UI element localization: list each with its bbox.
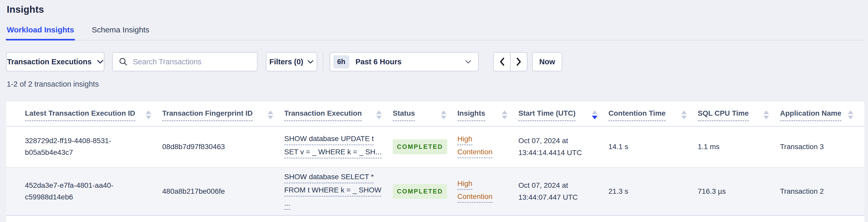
contention-time-cell: 14.1 s <box>609 126 698 167</box>
time-interval-badge: 6h <box>333 55 349 68</box>
results-count: 1-2 of 2 transaction insights <box>7 80 868 89</box>
chevron-down-icon <box>97 60 103 64</box>
filters-button-label: Filters (0) <box>270 58 304 66</box>
column-label[interactable]: Start Time (UTC) <box>518 109 576 121</box>
insights-cell: High Contention <box>457 126 518 167</box>
chevron-down-icon <box>465 60 471 64</box>
table-header-row: Latest Transaction Execution ID Transact… <box>6 102 864 126</box>
filters-button[interactable]: Filters (0) <box>266 52 317 71</box>
status-badge: COMPLETED <box>393 139 447 154</box>
insights-table-card: Latest Transaction Execution ID Transact… <box>6 102 864 222</box>
time-range-dropdown[interactable]: 6h Past 6 Hours <box>330 52 478 71</box>
now-button-label: Now <box>539 58 555 66</box>
chevron-left-icon <box>499 58 505 66</box>
column-header-transaction-fingerprint-id[interactable]: Transaction Fingerprint ID <box>162 102 284 126</box>
fingerprint-id-cell: 480a8b217be006fe <box>162 167 284 216</box>
sort-icon[interactable] <box>268 110 273 119</box>
column-label[interactable]: Latest Transaction Execution ID <box>25 109 135 121</box>
sort-icon[interactable] <box>146 110 151 119</box>
sort-icon[interactable] <box>376 110 382 119</box>
column-header-status[interactable]: Status <box>393 102 457 126</box>
previous-time-button[interactable] <box>493 52 510 71</box>
execution-id-cell: 328729d2-ff19-4408-8531-b05a5b4e43c7 <box>6 126 162 167</box>
transaction-execution-link[interactable]: SHOW database SELECT * <box>284 172 374 183</box>
table-row: 452da3e7-e7fa-4801-aa40-c59988d14eb6 480… <box>6 167 864 216</box>
transaction-execution-link[interactable]: SHOW database UPDATE t <box>284 134 374 145</box>
sort-icon[interactable] <box>441 110 446 119</box>
sql-cpu-time-cell: 1.1 ms <box>698 126 780 167</box>
toolbar-divider <box>323 52 323 71</box>
high-contention-link[interactable]: High <box>457 134 472 145</box>
high-contention-link[interactable]: Contention <box>457 192 492 203</box>
sql-cpu-time-cell: 716.3 µs <box>698 167 780 216</box>
time-range-label: Past 6 Hours <box>355 58 459 66</box>
insights-cell: High Contention <box>457 167 518 216</box>
column-header-transaction-execution[interactable]: Transaction Execution <box>284 102 393 126</box>
view-type-dropdown[interactable]: Transaction Executions <box>6 52 104 71</box>
sort-icon-active-desc[interactable] <box>592 110 597 119</box>
status-cell: COMPLETED <box>393 167 457 216</box>
transaction-execution-link[interactable]: ... <box>284 199 290 210</box>
column-header-sql-cpu-time[interactable]: SQL CPU Time <box>698 102 780 126</box>
high-contention-link[interactable]: High <box>457 179 472 190</box>
sort-icon[interactable] <box>764 110 769 119</box>
chevron-right-icon <box>516 58 522 66</box>
toolbar: Transaction Executions Filters (0) 6h Pa… <box>6 52 868 71</box>
search-icon <box>119 57 128 66</box>
fingerprint-id-cell: 08d8b7d97f830463 <box>162 126 284 167</box>
tab-bar: Workload Insights Schema Insights <box>6 25 864 40</box>
sort-icon[interactable] <box>681 110 687 119</box>
contention-time-cell: 21.3 s <box>609 167 698 216</box>
page-title: Insights <box>7 4 868 15</box>
column-label[interactable]: Transaction Execution <box>284 109 362 121</box>
column-label[interactable]: Transaction Fingerprint ID <box>162 109 253 121</box>
search-input[interactable] <box>133 58 257 66</box>
table-row: 328729d2-ff19-4408-8531-b05a5b4e43c7 08d… <box>6 126 864 167</box>
status-cell: COMPLETED <box>393 126 457 167</box>
transaction-execution-link[interactable]: FROM t WHERE k = _ SHOW <box>284 185 381 197</box>
now-button[interactable]: Now <box>532 52 562 71</box>
column-label[interactable]: Application Name <box>780 109 841 121</box>
high-contention-link[interactable]: Contention <box>457 147 492 158</box>
column-label[interactable]: SQL CPU Time <box>698 109 749 121</box>
transaction-execution-link[interactable]: SET v = _ WHERE k = _ SH... <box>284 147 381 158</box>
column-header-insights[interactable]: Insights <box>457 102 518 126</box>
transaction-insights-table: Latest Transaction Execution ID Transact… <box>6 102 864 216</box>
start-time-cell: Oct 07, 2024 at 13:44:14.4414 UTC <box>518 126 609 167</box>
column-label[interactable]: Status <box>393 109 415 121</box>
transaction-execution-cell: SHOW database UPDATE t SET v = _ WHERE k… <box>284 126 393 167</box>
column-label[interactable]: Contention Time <box>609 109 665 121</box>
chevron-down-icon <box>307 60 314 64</box>
search-box[interactable] <box>112 52 257 71</box>
status-badge: COMPLETED <box>393 184 447 199</box>
application-name-cell: Transaction 3 <box>780 126 864 167</box>
next-time-button[interactable] <box>510 52 527 71</box>
sort-icon[interactable] <box>502 110 507 119</box>
column-header-contention-time[interactable]: Contention Time <box>609 102 698 126</box>
column-label[interactable]: Insights <box>457 109 485 121</box>
tab-schema-insights[interactable]: Schema Insights <box>91 25 150 40</box>
view-type-dropdown-label: Transaction Executions <box>7 58 92 66</box>
start-time-cell: Oct 07, 2024 at 13:44:07.447 UTC <box>518 167 609 216</box>
execution-id-cell: 452da3e7-e7fa-4801-aa40-c59988d14eb6 <box>6 167 162 216</box>
transaction-execution-cell: SHOW database SELECT * FROM t WHERE k = … <box>284 167 393 216</box>
sort-icon[interactable] <box>848 110 854 119</box>
column-header-latest-transaction-execution-id[interactable]: Latest Transaction Execution ID <box>6 102 162 126</box>
application-name-cell: Transaction 2 <box>780 167 864 216</box>
tab-workload-insights[interactable]: Workload Insights <box>6 25 75 40</box>
time-nav-buttons <box>493 52 527 71</box>
column-header-application-name[interactable]: Application Name <box>780 102 864 126</box>
column-header-start-time[interactable]: Start Time (UTC) <box>518 102 609 126</box>
